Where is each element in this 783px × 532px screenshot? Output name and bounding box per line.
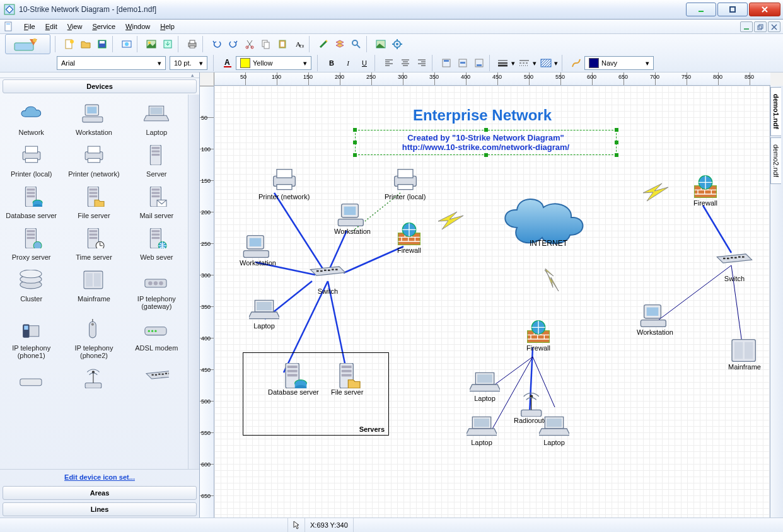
print-button[interactable] bbox=[185, 37, 200, 52]
lines-header[interactable]: Lines bbox=[3, 502, 197, 516]
device-cluster[interactable]: Cluster bbox=[0, 263, 62, 313]
node-laptop2[interactable]: Laptop bbox=[470, 369, 500, 402]
align-center-button[interactable] bbox=[398, 55, 413, 71]
node-mainframe[interactable]: Mainframe bbox=[728, 338, 761, 371]
picture-insert-button[interactable] bbox=[373, 37, 388, 52]
device-mainframe[interactable]: Mainframe bbox=[62, 263, 125, 313]
device-network[interactable]: Network bbox=[0, 97, 62, 139]
device-ip-telephony-phone2-[interactable]: IP telephony (phone2) bbox=[62, 313, 125, 362]
sidebar-grip[interactable]: ▴ bbox=[0, 72, 199, 78]
device-time-server[interactable]: Time server bbox=[62, 222, 125, 263]
image-button[interactable] bbox=[144, 37, 159, 52]
valign-bottom-button[interactable] bbox=[472, 55, 487, 71]
device-database-server[interactable]: Database server bbox=[0, 180, 62, 222]
fill-color-combo[interactable]: Yellow ▾ bbox=[236, 56, 311, 70]
underline-button[interactable]: U bbox=[357, 55, 372, 71]
mdi-minimize[interactable] bbox=[740, 21, 753, 32]
align-left-button[interactable] bbox=[381, 55, 397, 71]
diagram-title[interactable]: Enterprise Network bbox=[356, 107, 608, 124]
device-server[interactable]: Server bbox=[125, 139, 188, 180]
menu-service[interactable]: Service bbox=[87, 21, 120, 32]
node-ws3[interactable]: Workstation bbox=[637, 303, 673, 336]
svg-point-30 bbox=[352, 40, 357, 45]
node-dbserver[interactable]: Database server bbox=[268, 363, 319, 396]
menu-window[interactable]: Window bbox=[120, 21, 155, 32]
tool-main-button[interactable] bbox=[5, 34, 50, 54]
line-pattern-button[interactable]: ▾ bbox=[539, 55, 559, 71]
valign-middle-button[interactable] bbox=[455, 55, 470, 71]
wizard-button[interactable] bbox=[316, 37, 331, 52]
device-workstation[interactable]: Workstation bbox=[62, 97, 125, 139]
node-firewall1[interactable]: Firewall bbox=[394, 221, 424, 254]
italic-button[interactable]: I bbox=[340, 55, 356, 71]
minimize-button[interactable] bbox=[686, 3, 716, 16]
device-adsl-modem[interactable]: ADSL modem bbox=[125, 313, 188, 362]
node-ws2[interactable]: Workstation bbox=[334, 202, 371, 235]
menu-edit[interactable]: Edit bbox=[40, 21, 62, 32]
scan-button[interactable] bbox=[119, 37, 134, 52]
mdi-restore[interactable] bbox=[754, 21, 767, 32]
node-laptop3[interactable]: Laptop bbox=[467, 413, 497, 446]
areas-header[interactable]: Areas bbox=[3, 486, 197, 500]
new-button[interactable] bbox=[62, 37, 77, 52]
menu-help[interactable]: Help bbox=[155, 21, 180, 32]
line-color-combo[interactable]: Navy ▾ bbox=[584, 56, 654, 70]
menu-view[interactable]: View bbox=[62, 21, 88, 32]
device-ip-telephony-gateway-[interactable]: IP telephony (gateway) bbox=[125, 263, 188, 313]
paste-button[interactable] bbox=[275, 37, 290, 52]
node-printer_local[interactable]: Printer (local) bbox=[385, 168, 426, 200]
node-ws1[interactable]: Workstation bbox=[240, 234, 276, 267]
node-laptop1[interactable]: Laptop bbox=[249, 297, 279, 330]
maximize-button[interactable] bbox=[717, 3, 748, 16]
find-button[interactable] bbox=[349, 37, 364, 52]
tab-demo1[interactable]: demo1.ndf bbox=[770, 87, 781, 136]
save-button[interactable] bbox=[95, 37, 110, 52]
line-style-button[interactable]: ▾ bbox=[518, 55, 538, 71]
bold-button[interactable]: B bbox=[324, 55, 339, 71]
font-combo[interactable]: Arial ▾ bbox=[57, 56, 166, 70]
device-item-18[interactable] bbox=[0, 362, 62, 396]
settings-button[interactable] bbox=[390, 37, 405, 52]
device-icon bbox=[16, 142, 47, 168]
edit-iconset-link[interactable]: Edit device icon set... bbox=[64, 473, 135, 481]
align-right-button[interactable] bbox=[414, 55, 429, 71]
node-switch2[interactable]: Switch bbox=[716, 250, 753, 282]
undo-button[interactable] bbox=[209, 37, 224, 52]
device-item-20[interactable] bbox=[125, 362, 188, 396]
line-width-button[interactable]: ▾ bbox=[496, 55, 516, 71]
menu-file[interactable]: File bbox=[19, 21, 40, 32]
node-switch1[interactable]: Switch bbox=[309, 262, 347, 295]
copy-button[interactable] bbox=[258, 37, 274, 52]
redo-button[interactable] bbox=[226, 37, 241, 52]
line-draw-button[interactable] bbox=[569, 55, 584, 71]
cut-button[interactable] bbox=[242, 37, 257, 52]
device-mail-server[interactable]: Mail server bbox=[125, 180, 188, 222]
device-laptop[interactable]: Laptop bbox=[125, 97, 188, 139]
node-fileserver[interactable]: File server bbox=[331, 363, 363, 396]
devices-header[interactable]: Devices bbox=[3, 79, 197, 93]
device-item-19[interactable] bbox=[62, 362, 125, 396]
device-file-server[interactable]: File server bbox=[62, 180, 125, 222]
node-printer_net[interactable]: Printer (network) bbox=[258, 168, 310, 200]
tab-demo2[interactable]: demo2.ndf bbox=[770, 137, 781, 184]
node-firewall2[interactable]: Firewall bbox=[523, 319, 554, 352]
diagram-canvas[interactable]: Enterprise Network Created by "10-Strike… bbox=[214, 86, 770, 518]
text-button[interactable]: ATXT bbox=[291, 37, 306, 52]
device-proxy-server[interactable]: Proxy server bbox=[0, 222, 62, 263]
export-button[interactable] bbox=[160, 37, 175, 52]
device-ip-telephony-phone1-[interactable]: IP telephony (phone1) bbox=[0, 313, 62, 362]
open-button[interactable] bbox=[78, 37, 93, 52]
text-color-button[interactable]: A bbox=[220, 55, 235, 71]
mdi-close[interactable] bbox=[768, 21, 780, 32]
device-printer-local-[interactable]: Printer (local) bbox=[0, 139, 62, 180]
device-web-sever[interactable]: Web sever bbox=[125, 222, 188, 263]
close-button[interactable] bbox=[749, 3, 780, 16]
valign-top-button[interactable] bbox=[439, 55, 454, 71]
layers-button[interactable] bbox=[332, 37, 347, 52]
devices-scrollbar[interactable] bbox=[188, 95, 199, 469]
node-firewall3[interactable]: Firewall bbox=[690, 174, 721, 207]
device-printer-network-[interactable]: Printer (network) bbox=[62, 139, 125, 180]
diagram-subtitle[interactable]: Created by "10-Strike Network Diagram" h… bbox=[355, 130, 617, 155]
node-laptop4[interactable]: Laptop bbox=[539, 413, 569, 446]
fontsize-combo[interactable]: 10 pt. ▾ bbox=[170, 56, 207, 70]
